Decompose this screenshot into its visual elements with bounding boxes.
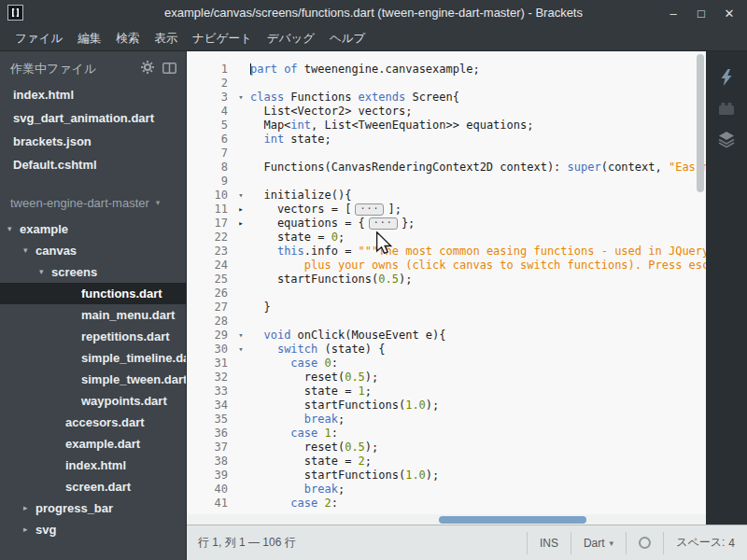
code-line[interactable]: 34 startFunctions(1.0);	[187, 399, 706, 413]
code-line[interactable]: 35 break;	[187, 413, 706, 427]
code-line[interactable]: 6 int state;	[187, 133, 706, 147]
line-number: 6	[187, 133, 233, 147]
code-line[interactable]: 22 state = 0;	[187, 231, 706, 245]
code-line[interactable]: 38 state = 2;	[187, 455, 706, 469]
working-file-item[interactable]: Default.cshtml	[0, 153, 186, 176]
gear-icon[interactable]	[141, 61, 154, 77]
fold-open-icon[interactable]: ▾	[233, 189, 248, 203]
code-line[interactable]: 9	[187, 175, 706, 189]
code-line[interactable]: 2	[187, 77, 706, 91]
split-view-icon[interactable]	[162, 61, 176, 77]
code-line[interactable]: 11▸ vectors = [···];	[187, 203, 706, 217]
fold-collapsed-icon[interactable]: ▸	[233, 203, 248, 217]
tree-item[interactable]: ▸svg	[0, 519, 186, 540]
fold-gutter	[233, 63, 248, 77]
code-line[interactable]: 10▾ initialize(){	[187, 189, 706, 203]
tree-item[interactable]: ▾screens	[0, 261, 186, 283]
menubar-item[interactable]: デバッグ	[260, 26, 322, 51]
code-line[interactable]: 29▾ void onClick(MouseEvent e){	[187, 329, 706, 343]
code-line[interactable]: 8 Functions(CanvasRenderingContext2D con…	[187, 161, 706, 175]
code-line[interactable]: 17▸ equations = {···};	[187, 217, 706, 231]
code-line[interactable]: 33 state = 1;	[187, 385, 706, 399]
folded-code-marker[interactable]: ···	[355, 203, 384, 216]
menubar-item[interactable]: 編集	[70, 26, 108, 51]
chevron-down-icon[interactable]: ▾	[7, 218, 20, 240]
code-line[interactable]: 5 Map<int, List<TweenEquation>> equation…	[187, 119, 706, 133]
working-file-item[interactable]: index.html	[0, 83, 186, 106]
menubar-item[interactable]: ファイル	[7, 26, 70, 51]
tree-item[interactable]: functions.dart	[0, 283, 186, 304]
fold-open-icon[interactable]: ▾	[233, 91, 248, 105]
tree-item[interactable]: ▸progress_bar	[0, 497, 186, 519]
menubar-item[interactable]: 表示	[147, 26, 185, 51]
tree-item[interactable]: screen.dart	[0, 476, 186, 497]
tree-item[interactable]: ▾canvas	[0, 240, 186, 261]
tree-item[interactable]: index.html	[0, 455, 186, 476]
tree-item[interactable]: simple_timeline.dart	[0, 347, 186, 369]
code-text: class Functions extends Screen{	[248, 91, 706, 105]
line-number: 10	[187, 189, 233, 203]
code-line[interactable]: 27 }	[187, 301, 706, 315]
minimize-button[interactable]: –	[659, 0, 687, 26]
tree-item[interactable]: example.dart	[0, 433, 186, 455]
fold-collapsed-icon[interactable]: ▸	[233, 217, 248, 231]
chevron-right-icon[interactable]: ▸	[23, 519, 35, 540]
chevron-down-icon[interactable]: ▾	[39, 261, 51, 283]
line-number: 37	[187, 441, 233, 455]
working-file-item[interactable]: svg_dart_animation.dart	[0, 106, 186, 130]
language-selector[interactable]: Dart ▾	[571, 532, 626, 554]
code-line[interactable]: 24 plus your owns (click canvas to switc…	[187, 259, 706, 273]
code-line[interactable]: 36 case 1:	[187, 427, 706, 441]
code-line[interactable]: 31 case 0:	[187, 357, 706, 371]
working-file-item[interactable]: brackets.json	[0, 130, 186, 153]
project-dropdown[interactable]: tween-engine-dart-master ▾	[0, 191, 186, 214]
code-line[interactable]: 1part of tweenengine.canvasexample;	[187, 63, 706, 77]
layers-icon[interactable]	[714, 128, 739, 150]
code-line[interactable]: 39 startFunctions(1.0);	[187, 469, 706, 483]
fold-open-icon[interactable]: ▾	[233, 343, 248, 357]
line-number: 36	[187, 427, 233, 441]
live-preview-icon[interactable]	[714, 66, 739, 89]
tree-item[interactable]: repetitions.dart	[0, 326, 186, 347]
code-text: break;	[248, 413, 706, 427]
folded-code-marker[interactable]: ···	[369, 217, 398, 230]
code-line[interactable]: 3▾class Functions extends Screen{	[187, 91, 706, 105]
menubar-item[interactable]: ナビゲート	[185, 26, 260, 51]
code-line[interactable]: 37 reset(0.5);	[187, 441, 706, 455]
tree-item[interactable]: accesors.dart	[0, 412, 186, 433]
code-line[interactable]: 26	[187, 287, 706, 301]
tree-item[interactable]: main_menu.dart	[0, 304, 186, 326]
code-line[interactable]: 23 this.info = """The most common easing…	[187, 245, 706, 259]
code-text	[248, 315, 706, 329]
vertical-scrollbar-thumb[interactable]	[697, 54, 704, 192]
menubar-item[interactable]: ヘルプ	[322, 26, 373, 51]
tree-item[interactable]: simple_tween.dart	[0, 369, 186, 390]
indent-setting[interactable]: スペース: 4	[663, 532, 747, 554]
horizontal-scrollbar[interactable]	[187, 514, 706, 525]
code-line[interactable]: 4 List<Vector2> vectors;	[187, 105, 706, 119]
close-button[interactable]: ✕	[715, 0, 743, 26]
lint-status[interactable]	[626, 532, 663, 554]
chevron-down-icon[interactable]: ▾	[23, 240, 35, 261]
maximize-button[interactable]: □	[687, 0, 715, 26]
menubar: ファイル編集検索表示ナビゲートデバッグヘルプ	[0, 26, 747, 51]
overwrite-indicator[interactable]: INS	[527, 532, 571, 554]
code-line[interactable]: 7	[187, 147, 706, 161]
tree-item[interactable]: ▾example	[0, 218, 186, 240]
code-line[interactable]: 28	[187, 315, 706, 329]
code-line[interactable]: 41 case 2:	[187, 497, 706, 511]
horizontal-scrollbar-thumb[interactable]	[439, 516, 586, 524]
fold-open-icon[interactable]: ▾	[233, 329, 248, 343]
menubar-item[interactable]: 検索	[108, 26, 147, 51]
code-line[interactable]: 25 startFunctions(0.5);	[187, 273, 706, 287]
code-line[interactable]: 30▾ switch (state) {	[187, 343, 706, 357]
file-name: waypoints.dart	[81, 390, 167, 412]
chevron-right-icon[interactable]: ▸	[23, 497, 35, 519]
tree-item[interactable]: waypoints.dart	[0, 390, 186, 412]
code-line[interactable]: 40 break;	[187, 483, 706, 497]
code-text: case 2:	[248, 497, 706, 511]
editor-pane[interactable]: 1part of tweenengine.canvasexample;23▾cl…	[187, 51, 706, 525]
extension-manager-icon[interactable]	[714, 97, 739, 119]
code-text: Functions(CanvasRenderingContext2D conte…	[248, 161, 706, 175]
code-line[interactable]: 32 reset(0.5);	[187, 371, 706, 385]
